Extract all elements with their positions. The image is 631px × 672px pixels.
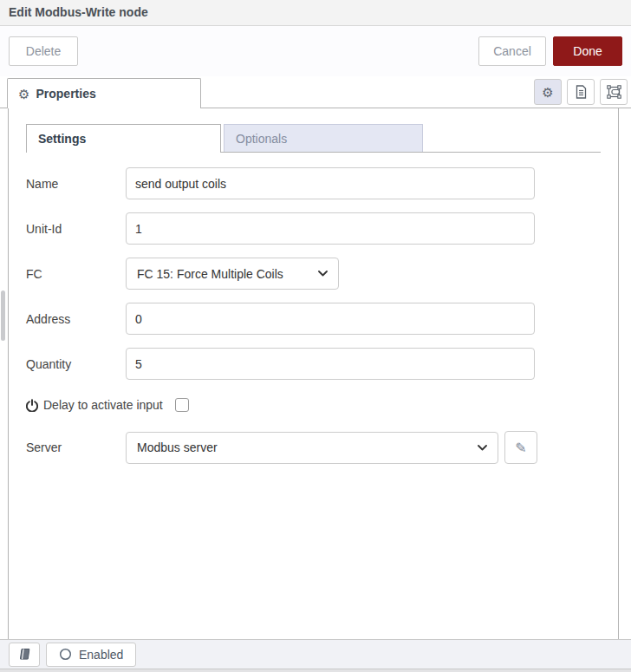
address-row: Address	[26, 303, 601, 335]
fc-row: FC FC 15: Force Multiple Coils	[26, 258, 601, 290]
server-label: Server	[26, 440, 126, 454]
book-icon	[18, 648, 31, 661]
properties-tab-row: ⚙ Properties ⚙	[0, 76, 631, 108]
quantity-label: Quantity	[26, 357, 126, 371]
power-icon	[26, 399, 38, 412]
scrollbar-thumb[interactable]	[1, 290, 5, 341]
circle-icon	[59, 648, 72, 661]
fc-label: FC	[26, 267, 126, 281]
server-row: Server Modbus server ✎	[26, 431, 601, 464]
quantity-row: Quantity	[26, 348, 601, 380]
address-label: Address	[26, 312, 126, 326]
node-properties-button[interactable]: ⚙	[534, 79, 562, 105]
tab-properties[interactable]: ⚙ Properties	[7, 78, 201, 108]
delay-row: Delay to activate input	[26, 395, 601, 415]
fc-select[interactable]: FC 15: Force Multiple Coils	[126, 258, 339, 290]
tray-icon-buttons: ⚙	[534, 79, 628, 105]
server-select[interactable]: Modbus server	[126, 432, 498, 464]
settings-tab-row: Settings Optionals	[26, 124, 601, 153]
properties-tab-label: Properties	[36, 87, 95, 101]
address-input[interactable]	[126, 303, 535, 335]
dialog-button-bar: Delete Cancel Done	[0, 26, 631, 76]
dialog-footer: Enabled	[0, 639, 631, 669]
appearance-icon	[607, 85, 621, 99]
name-input[interactable]	[126, 167, 535, 199]
quantity-input[interactable]	[126, 348, 535, 380]
tab-settings[interactable]: Settings	[26, 124, 221, 153]
server-selected-value: Modbus server	[137, 440, 218, 454]
gear-icon: ⚙	[542, 86, 553, 99]
unit-id-label: Unit-Id	[26, 222, 126, 236]
dialog-title: Edit Modbus-Write node	[0, 0, 631, 26]
unit-id-row: Unit-Id	[26, 212, 601, 245]
delay-label: Delay to activate input	[43, 398, 163, 412]
unit-id-input[interactable]	[126, 212, 535, 245]
node-help-button[interactable]	[9, 643, 40, 667]
name-row: Name	[26, 167, 601, 199]
fc-selected-value: FC 15: Force Multiple Coils	[137, 267, 283, 281]
optionals-tab-label: Optionals	[236, 132, 287, 146]
done-button[interactable]: Done	[553, 36, 622, 66]
document-icon	[575, 85, 587, 99]
enabled-label: Enabled	[79, 648, 123, 662]
node-appearance-button[interactable]	[600, 79, 628, 105]
window-bottom-edge	[0, 669, 631, 672]
settings-tab-label: Settings	[38, 132, 86, 146]
pencil-icon: ✎	[515, 440, 526, 456]
delete-button[interactable]: Delete	[9, 36, 78, 66]
node-config-panel: Settings Optionals Name Unit-Id FC FC 15…	[8, 108, 619, 639]
edit-node-dialog: Edit Modbus-Write node Delete Cancel Don…	[0, 0, 631, 672]
enabled-toggle-button[interactable]: Enabled	[46, 643, 136, 667]
chevron-down-icon	[478, 445, 487, 451]
gear-icon: ⚙	[18, 88, 29, 101]
delay-checkbox[interactable]	[175, 398, 189, 412]
edit-server-button[interactable]: ✎	[504, 431, 537, 464]
chevron-down-icon	[318, 271, 328, 277]
tab-optionals[interactable]: Optionals	[224, 124, 423, 152]
name-label: Name	[26, 177, 126, 191]
cancel-button[interactable]: Cancel	[478, 36, 546, 66]
node-description-button[interactable]	[567, 79, 595, 105]
